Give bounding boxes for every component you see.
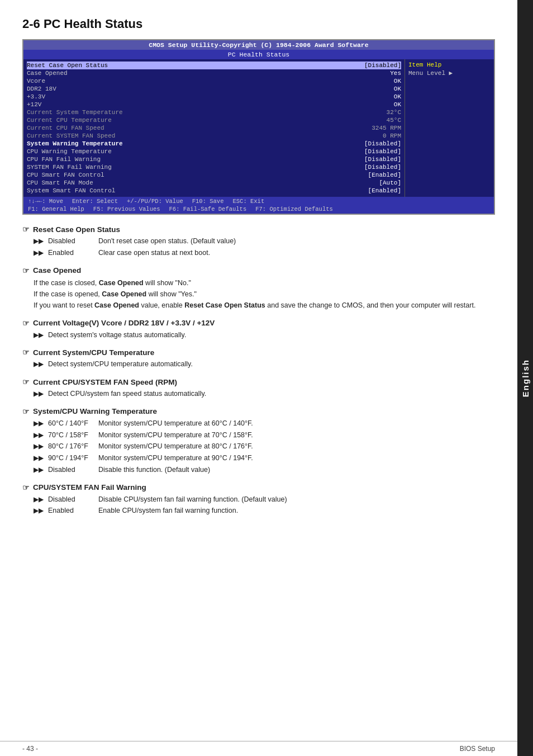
- bios-row-value: [Enabled]: [368, 172, 401, 178]
- desc-heading: ☞CPU/SYSTEM FAN Fail Warning: [22, 483, 495, 492]
- bios-footer-item: F10: Save: [192, 198, 224, 205]
- bios-row-label: System Smart FAN Control: [27, 187, 115, 194]
- bios-main-column: Reset Case Open Status[Disabled]Case Ope…: [23, 59, 404, 197]
- menu-level: Menu Level ▶: [408, 69, 491, 77]
- bios-row-value: Yes: [390, 70, 401, 77]
- bios-row-value: OK: [394, 101, 401, 108]
- bios-row: CPU FAN Fail Warning[Disabled]: [27, 155, 401, 163]
- desc-para: If the case is closed, Case Opened will …: [34, 277, 495, 289]
- bullet-arrow-icon: ▶▶: [34, 418, 44, 429]
- bios-row-label: System Warning Temperature: [27, 140, 123, 147]
- arrow-icon: ☞: [22, 407, 30, 416]
- bullet-row: ▶▶Detect CPU/system fan speed status aut…: [34, 389, 495, 399]
- bullet-label: Disabled: [48, 236, 98, 247]
- bios-row: Current System Temperature32°C: [27, 108, 401, 116]
- bios-row: System Smart FAN Control[Enabled]: [27, 187, 401, 195]
- page-number: - 43 -: [22, 745, 38, 753]
- side-tab-label: English: [521, 359, 530, 397]
- bios-footer-item: F1: General Help: [28, 206, 84, 212]
- desc-section-warning-temp: ☞System/CPU Warning Temperature▶▶60°C / …: [22, 407, 495, 475]
- bullet-row: ▶▶EnabledEnable CPU/system fan fail warn…: [34, 505, 495, 516]
- arrow-icon: ☞: [22, 483, 30, 492]
- bios-row-value: 0 RPM: [383, 133, 401, 139]
- bios-footer-item: ↑↓→←: Move: [28, 198, 63, 205]
- bullet-desc: Detect CPU/system fan speed status autom…: [48, 389, 495, 399]
- arrow-icon: ☞: [22, 319, 30, 328]
- bios-setup-label: BIOS Setup: [460, 745, 495, 753]
- bios-row-label: CPU Smart FAN Control: [27, 172, 104, 178]
- desc-heading-text: Current System/CPU Temperature: [33, 348, 154, 357]
- bios-row-label: Case Opened: [27, 70, 68, 77]
- bios-footer: ↑↓→←: MoveEnter: Select+/-/PU/PD: ValueF…: [23, 197, 494, 214]
- bios-row: Reset Case Open Status[Disabled]: [27, 62, 401, 69]
- desc-heading: ☞System/CPU Warning Temperature: [22, 407, 495, 416]
- bullet-row: ▶▶90°C / 194°FMonitor system/CPU tempera…: [34, 453, 495, 464]
- bios-row: VcoreOK: [27, 77, 401, 85]
- bios-footer-item: F6: Fail-Safe Defaults: [169, 206, 247, 212]
- bullet-desc: Disable CPU/system fan fail warning func…: [98, 494, 495, 505]
- bios-row-value: OK: [394, 86, 401, 92]
- desc-heading-text: Case Opened: [33, 266, 81, 275]
- bullet-arrow-icon: ▶▶: [34, 465, 44, 475]
- desc-heading: ☞Case Opened: [22, 266, 495, 275]
- bios-row-label: Vcore: [27, 78, 45, 84]
- desc-heading-text: Current CPU/SYSTEM FAN Speed (RPM): [33, 378, 177, 386]
- bios-header: CMOS Setup Utility-Copyright (C) 1984-20…: [23, 40, 494, 50]
- bios-row-value: [Disabled]: [364, 148, 401, 155]
- bios-row-label: Current System Temperature: [27, 109, 123, 116]
- bios-row: System Warning Temperature[Disabled]: [27, 140, 401, 148]
- bullet-desc: Monitor system/CPU temperature at 80°C /…: [98, 441, 495, 452]
- bullet-label: 90°C / 194°F: [48, 453, 98, 464]
- bullet-label: Disabled: [48, 494, 98, 505]
- main-content: 2-6 PC Health Status CMOS Setup Utility-…: [0, 0, 517, 541]
- bios-row-value: 45°C: [387, 117, 401, 124]
- bullet-desc: Don't reset case open status. (Default v…: [98, 236, 495, 247]
- bottom-bar: - 43 - BIOS Setup: [0, 741, 517, 756]
- bios-row: Case OpenedYes: [27, 69, 401, 77]
- desc-section-current-temp: ☞Current System/CPU Temperature▶▶Detect …: [22, 348, 495, 370]
- desc-heading: ☞Current Voltage(V) Vcore / DDR2 18V / +…: [22, 319, 495, 328]
- bios-row-label: Reset Case Open Status: [27, 62, 108, 69]
- bios-row: +12VOK: [27, 101, 401, 108]
- bullet-desc: Enable CPU/system fan fail warning funct…: [98, 505, 495, 516]
- bullet-arrow-icon: ▶▶: [34, 330, 44, 341]
- bios-row-value: [Auto]: [379, 179, 401, 186]
- bios-footer-item: F5: Previous Values: [93, 206, 160, 212]
- bios-row-label: DDR2 18V: [27, 86, 56, 92]
- bios-row-value: OK: [394, 93, 401, 100]
- bios-row-label: CPU Smart FAN Mode: [27, 179, 93, 186]
- bullet-row: ▶▶DisabledDisable this function. (Defaul…: [34, 465, 495, 475]
- bios-row-label: Current CPU FAN Speed: [27, 125, 104, 131]
- bullet-arrow-icon: ▶▶: [34, 505, 44, 516]
- bios-row-value: [Disabled]: [364, 62, 401, 69]
- bullet-desc: Monitor system/CPU temperature at 90°C /…: [98, 453, 495, 464]
- bios-row-label: +12V: [27, 101, 41, 108]
- bios-row: Current SYSTEM FAN Speed0 RPM: [27, 132, 401, 140]
- bullet-row: ▶▶70°C / 158°FMonitor system/CPU tempera…: [34, 430, 495, 441]
- bullet-desc: Detect system's voltage status automatic…: [48, 330, 495, 341]
- bullet-arrow-icon: ▶▶: [34, 248, 44, 258]
- bios-row-label: CPU Warning Temperature: [27, 148, 112, 155]
- bullet-arrow-icon: ▶▶: [34, 236, 44, 247]
- bios-row-value: 32°C: [387, 109, 401, 116]
- bullet-arrow-icon: ▶▶: [34, 430, 44, 441]
- desc-heading-text: Reset Case Open Status: [33, 225, 120, 234]
- bullet-arrow-icon: ▶▶: [34, 494, 44, 505]
- descriptions-container: ☞Reset Case Open Status▶▶DisabledDon't r…: [22, 225, 495, 516]
- desc-para: If the case is opened, Case Opened will …: [34, 289, 495, 300]
- bios-row: +3.3VOK: [27, 93, 401, 101]
- bullet-row: ▶▶DisabledDisable CPU/system fan fail wa…: [34, 494, 495, 505]
- arrow-icon: ☞: [22, 266, 30, 275]
- desc-heading: ☞Current CPU/SYSTEM FAN Speed (RPM): [22, 377, 495, 386]
- arrow-icon: ☞: [22, 377, 30, 386]
- desc-para: If you want to reset Case Opened value, …: [34, 300, 495, 311]
- bullet-label: 60°C / 140°F: [48, 418, 98, 429]
- bullet-label: 70°C / 158°F: [48, 430, 98, 441]
- bios-row-label: Current SYSTEM FAN Speed: [27, 133, 115, 139]
- desc-section-current-voltage: ☞Current Voltage(V) Vcore / DDR2 18V / +…: [22, 319, 495, 341]
- desc-heading: ☞Reset Case Open Status: [22, 225, 495, 234]
- bios-footer-item: ESC: Exit: [232, 198, 264, 205]
- desc-section-fan-fail: ☞CPU/SYSTEM FAN Fail Warning▶▶DisabledDi…: [22, 483, 495, 517]
- arrow-icon: ☞: [22, 348, 30, 357]
- side-tab: English: [517, 0, 533, 756]
